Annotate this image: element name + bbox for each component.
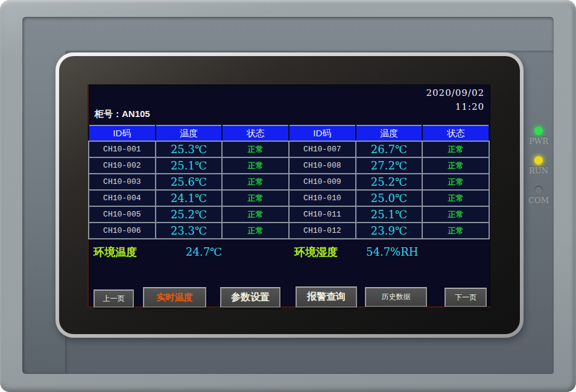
- com-led-icon: [534, 186, 543, 194]
- channel-status: 正常: [222, 157, 289, 174]
- channel-id: CH10-003: [89, 174, 156, 190]
- nav-button-realtime-temp[interactable]: 实时温度: [143, 287, 206, 308]
- channel-status: 正常: [422, 174, 489, 190]
- channel-status: 正常: [222, 206, 289, 223]
- run-led-icon: [534, 156, 543, 165]
- hmi-device-frame: PWR RUN COM 2020/09/02 11:20 柜号：AN105 ID…: [0, 0, 576, 392]
- channel-status: 正常: [422, 223, 489, 239]
- ambient-humidity-label: 环境湿度: [294, 242, 338, 262]
- lcd-display: 2020/09/02 11:20 柜号：AN105 ID码 温度 状态 ID码 …: [87, 84, 490, 308]
- table-row: CH10-00424.1℃正常CH10-01025.0℃正常: [89, 190, 489, 206]
- channel-id: CH10-006: [89, 223, 156, 239]
- channel-table: ID码 温度 状态 ID码 温度 状态 CH10-00125.3℃正常CH10-…: [88, 125, 490, 239]
- power-led-icon: [534, 127, 543, 135]
- channel-status: 正常: [222, 223, 289, 239]
- channel-id: CH10-008: [289, 157, 356, 174]
- channel-status: 正常: [422, 190, 489, 206]
- column-header-temp: 温度: [156, 125, 223, 141]
- channel-temp: 25.1℃: [156, 157, 223, 174]
- channel-table-body: CH10-00125.3℃正常CH10-00726.7℃正常CH10-00225…: [89, 141, 489, 239]
- channel-status: 正常: [222, 174, 289, 190]
- column-header-status: 状态: [422, 125, 489, 141]
- nav-button-prev-page[interactable]: 上一页: [93, 289, 134, 308]
- channel-status: 正常: [222, 141, 289, 157]
- channel-id: CH10-009: [289, 174, 356, 190]
- column-header-status: 状态: [222, 125, 289, 141]
- led-label: PWR: [524, 136, 554, 145]
- channel-temp: 23.3℃: [156, 223, 223, 239]
- time-display: 11:20: [455, 101, 484, 112]
- channel-temp: 24.1℃: [156, 190, 223, 206]
- channel-id: CH10-012: [289, 223, 356, 239]
- cabinet-label: 柜号：AN105: [95, 109, 150, 120]
- column-header-id: ID码: [89, 125, 156, 141]
- channel-id: CH10-011: [289, 206, 356, 223]
- screen-bezel: 2020/09/02 11:20 柜号：AN105 ID码 温度 状态 ID码 …: [59, 56, 520, 334]
- channel-temp: 26.7℃: [356, 141, 423, 157]
- channel-id: CH10-004: [89, 190, 156, 206]
- table-row: CH10-00325.6℃正常CH10-00925.2℃正常: [89, 174, 489, 190]
- nav-button-next-page[interactable]: 下一页: [445, 288, 487, 307]
- channel-status: 正常: [222, 190, 289, 206]
- date-display: 2020/09/02: [426, 87, 484, 98]
- channel-id: CH10-002: [89, 157, 156, 174]
- table-row: CH10-00125.3℃正常CH10-00726.7℃正常: [89, 141, 489, 157]
- ambient-humidity-value: 54.7%RH: [366, 242, 418, 262]
- column-header-temp: 温度: [356, 125, 423, 141]
- led-com: COM: [524, 186, 554, 204]
- nav-button-alarm-query[interactable]: 报警查询: [296, 286, 357, 308]
- led-pwr: PWR: [524, 127, 554, 145]
- nav-button-parameter-settings[interactable]: 参数设置: [220, 287, 280, 308]
- led-label: RUN: [524, 166, 554, 175]
- ambient-temp-value: 24.7℃: [186, 242, 222, 262]
- channel-temp: 25.6℃: [156, 174, 223, 190]
- column-header-id: ID码: [289, 125, 356, 141]
- nav-button-history-data[interactable]: 历史数据: [365, 287, 427, 307]
- channel-id: CH10-001: [89, 141, 156, 157]
- led-label: COM: [524, 195, 554, 204]
- table-header-row: ID码 温度 状态 ID码 温度 状态: [89, 125, 489, 141]
- channel-temp: 25.2℃: [156, 206, 223, 223]
- screen-module: 2020/09/02 11:20 柜号：AN105 ID码 温度 状态 ID码 …: [55, 52, 524, 338]
- led-run: RUN: [524, 156, 554, 175]
- channel-id: CH10-007: [289, 141, 356, 157]
- status-led-column: PWR RUN COM: [524, 127, 554, 215]
- channel-status: 正常: [422, 157, 489, 174]
- channel-temp: 27.2℃: [356, 157, 423, 174]
- channel-status: 正常: [422, 141, 489, 157]
- ambient-temp-label: 环境温度: [93, 242, 137, 262]
- channel-temp: 25.2℃: [356, 174, 423, 190]
- table-row: CH10-00623.3℃正常CH10-01223.9℃正常: [89, 223, 489, 239]
- channel-status: 正常: [422, 206, 489, 223]
- channel-temp: 25.0℃: [356, 190, 423, 206]
- channel-temp: 25.3℃: [156, 141, 223, 157]
- channel-temp: 25.1℃: [356, 206, 423, 223]
- channel-id: CH10-005: [89, 206, 156, 223]
- channel-temp: 23.9℃: [356, 223, 423, 239]
- channel-id: CH10-010: [289, 190, 356, 206]
- table-row: CH10-00225.1℃正常CH10-00827.2℃正常: [89, 157, 489, 174]
- table-row: CH10-00525.2℃正常CH10-01125.1℃正常: [89, 206, 489, 223]
